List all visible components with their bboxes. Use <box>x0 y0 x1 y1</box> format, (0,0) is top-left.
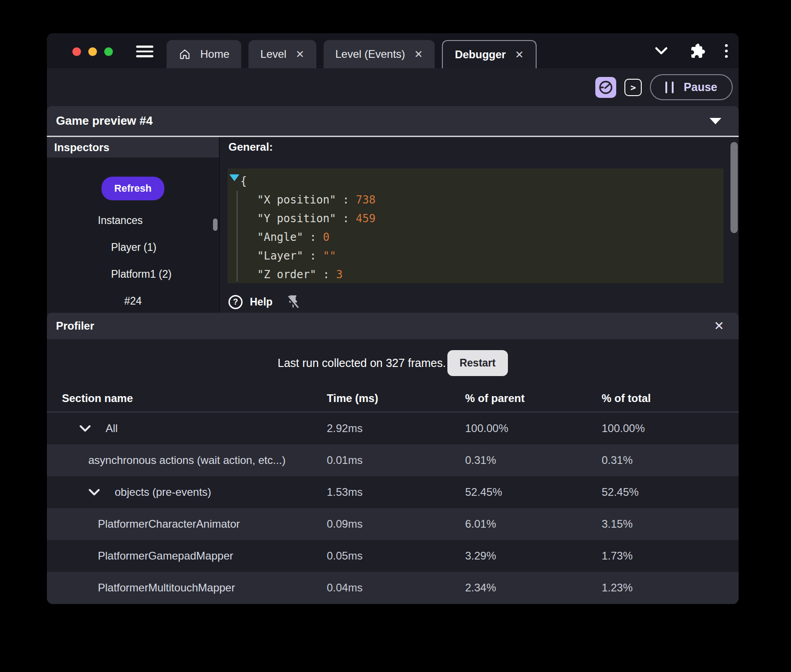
tab-strip: HomeLevel✕Level (Events)✕Debugger✕ <box>167 40 537 68</box>
json-value: 459 <box>356 212 375 225</box>
profiler-percent-parent: 0.31% <box>465 454 602 467</box>
tree-item[interactable]: Player (1) <box>47 240 219 254</box>
json-key: "Z order" <box>257 268 316 281</box>
console-prompt-icon: > <box>630 82 636 93</box>
json-property-line: "Angle" : 0 <box>240 228 724 247</box>
traffic-lights <box>72 47 113 56</box>
desktop-background: HomeLevel✕Level (Events)✕Debugger✕ <box>0 0 791 672</box>
inspectors-scrollbar[interactable] <box>213 219 218 231</box>
profiler-time: 0.04ms <box>327 581 465 594</box>
inspector-split: Inspectors Refresh InstancesPlayer (1)Pl… <box>47 137 739 313</box>
refresh-button[interactable]: Refresh <box>101 177 164 200</box>
pin-off-icon[interactable] <box>285 294 301 310</box>
profiler-section-name: PlatformerCharacterAnimator <box>62 518 327 530</box>
zoom-window-icon[interactable] <box>104 47 113 56</box>
tree-item[interactable]: #24 <box>47 294 219 308</box>
inspectors-tree: Refresh InstancesPlayer (1)Platform1 (2)… <box>47 158 219 313</box>
debugger-gauge-button[interactable] <box>595 77 616 98</box>
profiler-row[interactable]: objects (pre-events)1.53ms52.45%52.45% <box>47 476 739 508</box>
minimize-window-icon[interactable] <box>88 47 97 56</box>
collapse-caret-icon[interactable] <box>710 118 721 124</box>
json-key: "X position" <box>257 193 336 206</box>
pause-icon <box>665 81 674 93</box>
tree-item[interactable]: Platform1 (2) <box>47 267 219 281</box>
json-value: "" <box>323 249 336 262</box>
chevron-down-icon[interactable] <box>88 489 100 496</box>
game-preview-header[interactable]: Game preview #4 <box>47 106 739 137</box>
json-value: 0 <box>323 231 330 244</box>
tab-level[interactable]: Level✕ <box>248 40 316 68</box>
profiler-row[interactable]: PlatformerCharacterAnimator0.09ms6.01%3.… <box>47 508 739 540</box>
expand-triangle-icon[interactable] <box>229 174 239 181</box>
tab-label: Home <box>200 48 229 61</box>
inspectors-header: Inspectors <box>47 137 219 158</box>
profiler-panel: Profiler ✕ Last run collected on 327 fra… <box>47 313 739 604</box>
profiler-percent-total: 1.23% <box>602 581 739 594</box>
profiler-section-name: asynchronous actions (wait action, etc..… <box>62 454 327 467</box>
profiler-section-name: objects (pre-events) <box>62 486 327 499</box>
json-key: "Layer" <box>257 249 303 262</box>
tab-level-events[interactable]: Level (Events)✕ <box>324 40 435 68</box>
chevron-down-icon[interactable] <box>79 425 91 432</box>
profiler-title: Profiler <box>56 320 94 332</box>
column-percent-total: % of total <box>602 392 739 405</box>
tab-label: Level (Events) <box>335 48 405 61</box>
help-label[interactable]: Help <box>250 296 273 308</box>
profiler-section-name: All <box>62 422 327 435</box>
profiler-time: 0.05ms <box>327 550 465 562</box>
home-icon <box>178 48 191 61</box>
profiler-percent-total: 0.31% <box>602 454 739 467</box>
json-open-brace: { <box>240 172 724 191</box>
profiler-header: Profiler ✕ <box>47 313 739 339</box>
profiler-time: 0.09ms <box>327 518 465 530</box>
tab-label: Debugger <box>455 48 506 61</box>
puzzle-extensions-icon[interactable] <box>689 43 705 59</box>
tab-home[interactable]: Home <box>167 40 241 68</box>
profiler-row[interactable]: PlatformerMultitouchMapper0.04ms2.34%1.2… <box>47 572 739 604</box>
profiler-percent-parent: 52.45% <box>465 486 602 499</box>
profiler-time: 2.92ms <box>327 422 465 435</box>
tab-close-icon[interactable]: ✕ <box>515 50 523 60</box>
close-icon[interactable]: ✕ <box>714 320 724 332</box>
profiler-status-row: Last run collected on 327 frames. Restar… <box>47 351 739 376</box>
json-property-line: "Layer" : "" <box>240 247 724 265</box>
profiler-row[interactable]: asynchronous actions (wait action, etc..… <box>47 444 739 476</box>
tab-debugger[interactable]: Debugger✕ <box>442 40 536 68</box>
close-window-icon[interactable] <box>72 47 81 56</box>
properties-json-view[interactable]: {"X position" : 738"Y position" : 459"An… <box>228 168 724 283</box>
profiler-section-name: PlatformerGamepadMapper <box>62 550 327 562</box>
profiler-row[interactable]: All2.92ms100.00%100.00% <box>47 412 739 444</box>
pause-button[interactable]: Pause <box>650 74 733 100</box>
hamburger-menu-icon[interactable] <box>136 46 153 57</box>
section-scrollbar[interactable] <box>730 142 738 233</box>
json-key: "Angle" <box>257 231 303 244</box>
tab-close-icon[interactable]: ✕ <box>414 49 423 60</box>
json-property-line: "Y position" : 459 <box>240 209 724 228</box>
console-button[interactable]: > <box>624 79 642 96</box>
help-icon[interactable]: ? <box>228 295 243 309</box>
tab-close-icon[interactable]: ✕ <box>295 49 304 60</box>
profiler-percent-total: 3.15% <box>602 518 739 530</box>
json-property-line: "X position" : 738 <box>240 191 724 209</box>
column-section-name: Section name <box>62 392 327 405</box>
profiler-percent-parent: 6.01% <box>465 518 602 530</box>
general-panel: General: {"X position" : 738"Y position"… <box>220 137 739 313</box>
json-value: 738 <box>356 193 375 206</box>
chevron-down-icon[interactable] <box>654 46 669 56</box>
column-time: Time (ms) <box>327 392 465 405</box>
kebab-menu-icon[interactable] <box>725 44 728 58</box>
column-percent-parent: % of parent <box>465 392 602 405</box>
profiler-row[interactable]: PlatformerGamepadMapper0.05ms3.29%1.73% <box>47 540 739 572</box>
pause-label: Pause <box>684 81 717 94</box>
restart-button[interactable]: Restart <box>447 350 508 376</box>
json-value: 3 <box>336 268 342 281</box>
debugger-toolbar: > Pause <box>47 68 739 106</box>
general-title: General: <box>228 141 273 153</box>
profiler-table-body: All2.92ms100.00%100.00%asynchronous acti… <box>47 412 739 604</box>
tree-item[interactable]: Instances <box>47 214 219 227</box>
help-row: ? Help <box>228 294 301 310</box>
json-property-line: "Z order" : 3 <box>240 265 724 283</box>
indent-guide <box>237 191 238 281</box>
titlebar-right-icons <box>654 33 728 68</box>
profiler-percent-total: 52.45% <box>602 486 739 499</box>
